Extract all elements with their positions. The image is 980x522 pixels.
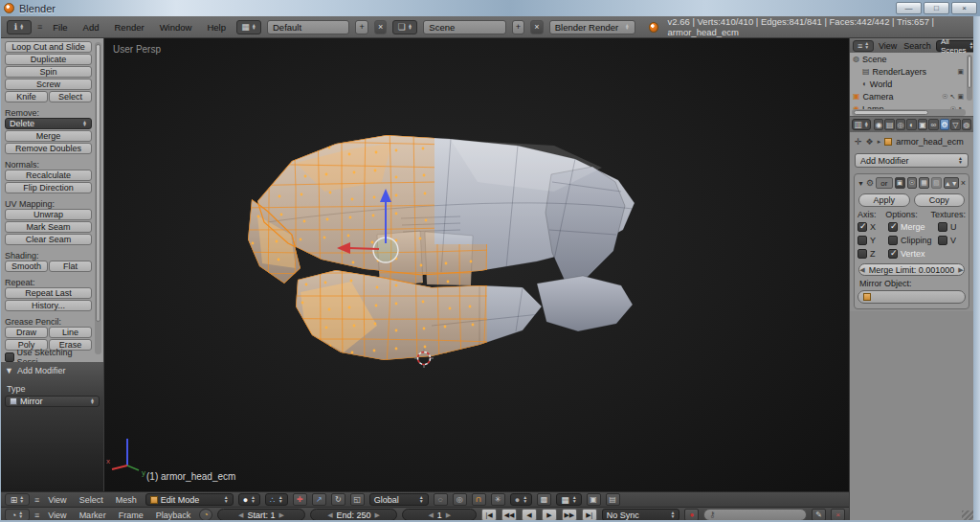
texture-v-checkbox[interactable]: V [938, 235, 966, 245]
modifier-cage-toggle[interactable]: ▧ [931, 177, 942, 189]
tab-material[interactable]: ◍ [962, 119, 971, 130]
merge-checkbox[interactable]: Merge [888, 221, 938, 232]
menu-render[interactable]: Render [109, 22, 148, 33]
snap-element-icon[interactable]: ✳ [491, 493, 505, 506]
smooth-button[interactable]: Smooth [5, 261, 48, 272]
vertex-checkbox[interactable]: Vertex [888, 248, 938, 259]
texture-checker-icon[interactable]: ▩ [537, 493, 551, 506]
outliner-menu-search[interactable]: Search [902, 41, 933, 51]
mirror-object-field[interactable] [858, 290, 966, 304]
modifier-move-buttons[interactable]: ▲▼ [944, 177, 959, 189]
screen-layout-field[interactable]: Default [267, 20, 349, 34]
tab-render-layers[interactable]: ▤ [884, 119, 894, 130]
tab-render[interactable]: ◉ [874, 119, 883, 130]
outliner-item-lamp[interactable]: ◉ Lamp ☉ ↖ [853, 102, 973, 109]
tl-menu-frame[interactable]: Frame [115, 511, 147, 520]
knife-button[interactable]: Knife [5, 91, 48, 102]
proportional-edit-icon[interactable]: ◌ [434, 493, 448, 506]
unwrap-button[interactable]: Unwrap [5, 209, 92, 220]
duplicate-button[interactable]: Duplicate [5, 54, 92, 65]
tab-constraints[interactable]: ∞ [928, 119, 938, 130]
loop-cut-button[interactable]: Loop Cut and Slide [5, 41, 92, 53]
axis-z-checkbox[interactable]: Z [858, 248, 888, 259]
add-scene-button[interactable]: + [512, 20, 525, 34]
viewport-collapse-icon[interactable]: ≡ [34, 495, 39, 505]
delete-layout-button[interactable]: × [374, 20, 388, 34]
outliner-menu-view[interactable]: View [877, 41, 899, 51]
gp-line-button[interactable]: Line [49, 327, 92, 338]
delete-dropdown[interactable]: Delete▲▼ [5, 118, 92, 129]
flip-direction-button[interactable]: Flip Direction [5, 182, 92, 193]
snap-target-select[interactable]: ● ▲▼ [510, 493, 532, 506]
outliner-item-camera[interactable]: ▣ Camera ☉ ↖ ▣ [853, 90, 973, 102]
modifier-name-field[interactable]: or [876, 177, 893, 189]
tab-scene[interactable]: ◎ [896, 119, 905, 130]
tl-menu-playback[interactable]: Playback [152, 511, 195, 520]
tab-modifiers[interactable]: ⚙ [940, 119, 949, 130]
tl-menu-marker[interactable]: Marker [76, 511, 110, 520]
menu-help[interactable]: Help [202, 22, 231, 33]
titlebar[interactable]: Blender — □ × [0, 0, 980, 16]
select-mode-select[interactable]: ∴ ▲▼ [265, 493, 288, 506]
render-anim-icon[interactable]: ▤ [606, 493, 620, 506]
layers-select[interactable]: ▦ ▲▼ [556, 493, 581, 506]
proportional-falloff-icon[interactable]: ◎ [453, 493, 467, 506]
vp-menu-select[interactable]: Select [76, 495, 107, 505]
axis-x-checkbox[interactable]: X [858, 221, 888, 232]
screw-button[interactable]: Screw [5, 79, 92, 90]
recalculate-button[interactable]: Recalculate [5, 170, 92, 181]
manipulator-scale-icon[interactable]: ↻ [331, 493, 345, 506]
axis-y-checkbox[interactable]: Y [858, 235, 888, 245]
visibility-eye-icon[interactable]: ☉ [942, 93, 947, 101]
flat-button[interactable]: Flat [49, 261, 92, 272]
scene-field[interactable]: Scene [423, 20, 505, 34]
redo-panel-header[interactable]: ▼ Add Modifier [5, 364, 100, 376]
texture-u-checkbox[interactable]: U [938, 221, 966, 232]
menu-window[interactable]: Window [155, 22, 197, 33]
tab-object[interactable]: ▣ [918, 119, 927, 130]
renderable-camera-icon[interactable]: ▣ [957, 93, 964, 101]
mode-select[interactable]: Edit Mode▲▼ [145, 493, 234, 506]
merge-button[interactable]: Merge [5, 130, 92, 142]
menu-file[interactable]: File [48, 22, 72, 33]
render-engine-select[interactable]: Blender Render▲▼ [549, 20, 635, 34]
tab-world[interactable]: ◐ [906, 119, 916, 130]
tl-menu-view[interactable]: View [44, 511, 70, 520]
modifier-view-toggle[interactable]: ☉ [907, 177, 918, 189]
outliner-display-select[interactable]: All Scenes▲▼ [936, 40, 979, 52]
toolshelf-scrollbar[interactable] [95, 42, 101, 354]
manipulator-translate-icon[interactable]: ✚ [293, 493, 307, 506]
renderlayer-render-icon[interactable]: ▣ [957, 68, 964, 76]
manipulator-extra-icon[interactable]: ◱ [350, 493, 365, 506]
repeat-last-button[interactable]: Repeat Last [5, 287, 92, 299]
manipulator-rotate-icon[interactable]: ↗ [312, 493, 326, 506]
add-modifier-dropdown[interactable]: Add Modifier▲▼ [855, 153, 969, 168]
mark-seam-button[interactable]: Mark Seam [5, 221, 92, 233]
orientation-select[interactable]: Global▲▼ [369, 493, 429, 506]
viewport-3d[interactable]: User Persp [104, 38, 849, 491]
add-layout-button[interactable]: + [355, 20, 368, 34]
modifier-render-toggle[interactable]: ▣ [895, 177, 905, 189]
properties-editor-type-button[interactable]: ▥▲▼ [852, 119, 871, 130]
outliner-vscrollbar[interactable] [967, 55, 972, 101]
outliner-item-renderlayers[interactable]: ▤ RenderLayers ▣ [853, 65, 973, 78]
selectable-cursor-icon[interactable]: ↖ [950, 93, 956, 101]
gp-draw-button[interactable]: Draw [5, 327, 48, 338]
apply-button[interactable]: Apply [858, 193, 910, 207]
sketch-checkbox-box[interactable] [5, 352, 14, 362]
vp-menu-view[interactable]: View [44, 495, 70, 505]
modifier-delete-icon[interactable]: × [961, 178, 966, 188]
snap-magnet-icon[interactable]: U [472, 493, 486, 506]
sketch-session-checkbox[interactable]: Use Sketching Sessi [5, 352, 92, 362]
maximize-button[interactable]: □ [924, 2, 949, 14]
outliner-editor-type-button[interactable]: ≡▲▼ [853, 40, 874, 52]
minimize-button[interactable]: — [896, 2, 922, 14]
close-button[interactable]: × [951, 2, 977, 14]
timeline-collapse-icon[interactable]: ≡ [34, 511, 39, 520]
outliner-hscrollbar[interactable] [852, 109, 966, 116]
tab-object-data[interactable]: ▽ [950, 119, 960, 130]
clear-seam-button[interactable]: Clear Seam [5, 234, 92, 245]
spin-button[interactable]: Spin [5, 66, 92, 78]
pin-icon[interactable]: ✛ [855, 137, 862, 147]
render-opengl-icon[interactable]: ▣ [587, 493, 601, 506]
